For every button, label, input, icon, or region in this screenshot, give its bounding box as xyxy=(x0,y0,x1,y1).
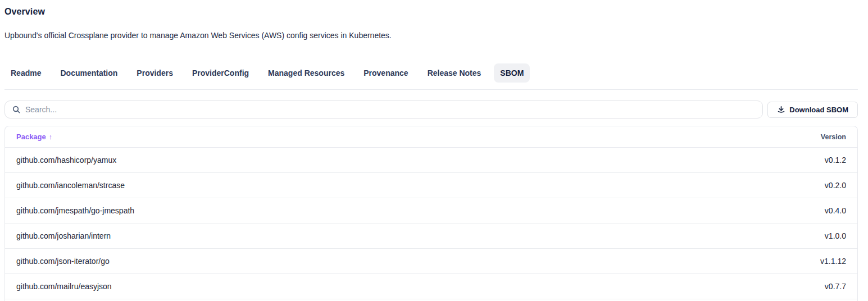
package-column-label: Package xyxy=(16,133,46,141)
table-row: github.com/mailru/easyjsonv0.7.7 xyxy=(5,274,857,299)
column-header-version[interactable]: Version xyxy=(821,133,846,141)
download-button-label: Download SBOM xyxy=(789,106,848,114)
version-cell: v1.1.12 xyxy=(820,257,846,266)
table-row: github.com/hashicorp/yamuxv0.1.2 xyxy=(5,148,857,173)
tab-provenance[interactable]: Provenance xyxy=(357,63,414,83)
tab-bar: ReadmeDocumentationProvidersProviderConf… xyxy=(4,63,858,83)
sort-ascending-icon: ↑ xyxy=(49,133,53,141)
tab-sbom[interactable]: SBOM xyxy=(494,63,530,83)
download-sbom-button[interactable]: Download SBOM xyxy=(767,102,858,118)
package-cell: github.com/jmespath/go-jmespath xyxy=(16,206,134,215)
download-icon xyxy=(777,106,785,114)
version-cell: v1.0.0 xyxy=(825,231,846,240)
search-icon xyxy=(12,105,21,114)
tab-providers[interactable]: Providers xyxy=(130,63,179,83)
tab-documentation[interactable]: Documentation xyxy=(54,63,124,83)
column-header-package[interactable]: Package ↑ xyxy=(16,133,52,141)
tab-managed-resources[interactable]: Managed Resources xyxy=(262,63,351,83)
search-input[interactable] xyxy=(25,105,756,114)
table-row: github.com/josharian/internv1.0.0 xyxy=(5,224,857,249)
version-cell: v0.2.0 xyxy=(825,181,846,190)
version-cell: v0.1.2 xyxy=(825,156,846,165)
package-cell: github.com/mailru/easyjson xyxy=(16,282,112,291)
tab-release-notes[interactable]: Release Notes xyxy=(421,63,488,83)
tab-providerconfig[interactable]: ProviderConfig xyxy=(186,63,255,83)
page-description: Upbound's official Crossplane provider t… xyxy=(4,31,858,40)
table-row: github.com/jmespath/go-jmespathv0.4.0 xyxy=(5,198,857,224)
version-cell: v0.7.7 xyxy=(825,282,846,291)
search-box[interactable] xyxy=(4,101,763,118)
package-cell: github.com/json-iterator/go xyxy=(16,257,110,266)
table-header-row: Package ↑ Version xyxy=(5,126,857,148)
page-title: Overview xyxy=(4,7,858,17)
sbom-toolbar: Download SBOM xyxy=(4,101,858,118)
package-cell: github.com/iancoleman/strcase xyxy=(16,181,125,190)
table-body: github.com/hashicorp/yamuxv0.1.2github.c… xyxy=(5,148,857,299)
sbom-page: Overview Upbound's official Crossplane p… xyxy=(0,7,868,301)
package-cell: github.com/josharian/intern xyxy=(16,231,111,240)
tab-readme[interactable]: Readme xyxy=(4,63,47,83)
table-row: github.com/iancoleman/strcasev0.2.0 xyxy=(5,173,857,198)
version-cell: v0.4.0 xyxy=(825,206,846,215)
tabs-divider xyxy=(4,89,858,90)
sbom-table: Package ↑ Version github.com/hashicorp/y… xyxy=(4,126,858,301)
package-cell: github.com/hashicorp/yamux xyxy=(16,156,116,165)
table-row: github.com/json-iterator/gov1.1.12 xyxy=(5,249,857,274)
